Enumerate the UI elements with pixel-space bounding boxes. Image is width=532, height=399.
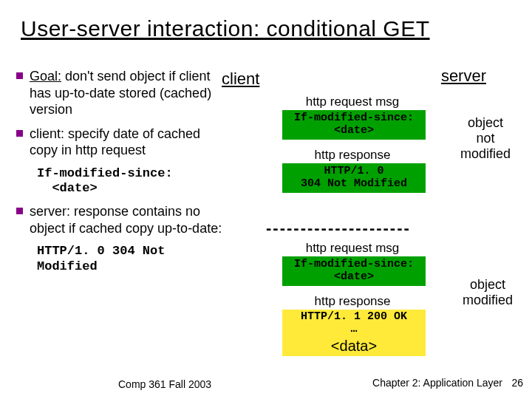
footer-course: Comp 361 Fall 2003 [118, 378, 211, 390]
exchange2-response-data: <data> [282, 338, 426, 356]
exchange1-response-code: HTTP/1. 0 304 Not Modified [282, 163, 426, 193]
exchange1-response-label: http response [282, 148, 423, 163]
exchange1-request-label: http request msg [282, 95, 423, 109]
exchange2-request-label: http request msg [282, 241, 423, 256]
footer-page-number: 26 [511, 377, 523, 389]
bullet-client: client: specify date of cached copy in h… [16, 126, 223, 159]
exchange2-note: object modified [454, 277, 521, 308]
bullet-server-code: HTTP/1. 0 304 Not Modified [37, 244, 223, 274]
footer-chapter: Chapter 2: Application Layer [372, 377, 502, 389]
exchange2-request-code: If-modified-since: <date> [282, 256, 426, 286]
bullet-goal: Goal: don't send object if client has up… [16, 68, 223, 118]
slide: User-server interaction: conditional GET… [0, 0, 532, 399]
bullet-server-text: server: response contains no object if c… [30, 204, 222, 236]
exchange2-request: http request msg If-modified-since: <dat… [282, 241, 423, 286]
exchange1-note: object not modified [452, 115, 519, 162]
exchange2-response-label: http response [282, 294, 423, 309]
bullet-list: Goal: don't send object if client has up… [16, 68, 223, 274]
server-column-header: server [441, 66, 486, 86]
client-column-header: client [222, 69, 259, 89]
bullet-client-code: If-modified-since: <date> [37, 166, 223, 197]
bullet-client-text: client: specify date of cached copy in h… [30, 126, 200, 158]
exchange2-response: http response HTTP/1. 1 200 OK … <data> [282, 294, 423, 356]
slide-title: User-server interaction: conditional GET [21, 16, 511, 41]
bullet-server: server: response contains no object if c… [16, 203, 223, 236]
exchange1-request: http request msg If-modified-since: <dat… [282, 95, 423, 140]
exchange1-request-code: If-modified-since: <date> [282, 110, 426, 140]
goal-label: Goal: [30, 69, 61, 83]
divider-dashes: --------------------- [266, 219, 411, 238]
exchange1-response: http response HTTP/1. 0 304 Not Modified [282, 148, 423, 193]
exchange2-response-code1: HTTP/1. 1 200 OK … [282, 310, 426, 338]
